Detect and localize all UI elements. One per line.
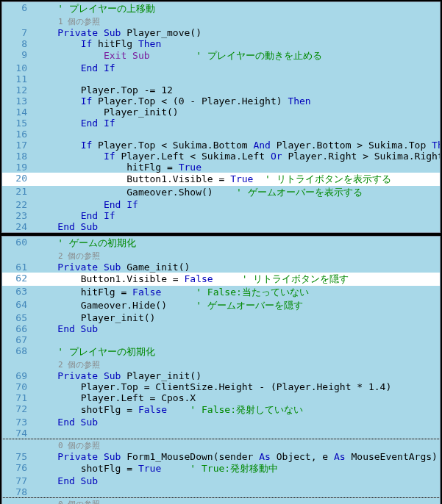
code-line[interactable]: 18 If Player.Left < Sukima.Left Or Playe…: [2, 151, 440, 162]
code-content[interactable]: If Player.Left < Sukima.Left Or Player.R…: [35, 151, 441, 162]
code-content[interactable]: End If: [35, 62, 440, 73]
code-content[interactable]: Player.Top = ClientSize.Height - (Player…: [35, 381, 440, 392]
code-line[interactable]: 9 Exit Sub ' プレイヤーの動きを止める: [2, 49, 440, 62]
code-line[interactable]: 76 shotFlg = True ' True:発射移動中: [2, 462, 440, 475]
line-number: 24: [2, 221, 35, 232]
code-content[interactable]: Player_init(): [35, 107, 440, 118]
code-line[interactable]: 60 ' ゲームの初期化: [2, 237, 440, 250]
code-content[interactable]: ' プレイヤーの初期化: [35, 345, 440, 359]
code-editor-pane-2[interactable]: 60 ' ゲームの初期化 2 個の参照 61 Private Sub Game_…: [1, 236, 441, 504]
code-content[interactable]: If Player.Top < (0 - Player.Height) Then: [35, 96, 440, 107]
code-content[interactable]: End If: [35, 199, 440, 210]
code-content[interactable]: ' プレイヤーの上移動: [35, 2, 440, 15]
line-number: 73: [2, 417, 35, 428]
code-line[interactable]: 64 Gameover.Hide() ' ゲームオーバーを隠す: [2, 299, 440, 312]
code-content[interactable]: End Sub: [35, 475, 440, 486]
code-content[interactable]: Button1.Visible = False ' リトライボタンを隠す: [35, 273, 440, 286]
line-number: 76: [2, 462, 35, 473]
line-number: 7: [2, 27, 35, 38]
code-line[interactable]: 67: [2, 334, 440, 345]
line-number: 63: [2, 286, 35, 297]
code-line[interactable]: 72 shotFlg = False ' False:発射していない: [2, 403, 440, 417]
code-content[interactable]: Player.Left = Cpos.X: [35, 392, 440, 403]
code-line-highlighted[interactable]: 20 Button1.Visible = True ' リトライボタンを表示する: [2, 173, 440, 186]
codelens-references[interactable]: 1 個の参照: [2, 15, 440, 27]
line-number: 9: [2, 49, 35, 60]
code-content[interactable]: If hitFlg Then: [35, 38, 440, 49]
code-content[interactable]: [35, 129, 440, 140]
code-content[interactable]: Private Sub Form1_MouseDown(sender As Ob…: [35, 451, 441, 462]
line-number: 11: [2, 73, 35, 84]
code-line[interactable]: 14 Player_init(): [2, 107, 440, 118]
code-content[interactable]: [35, 73, 440, 84]
code-content[interactable]: Player.Top -= 12: [35, 84, 440, 96]
code-line[interactable]: 77 End Sub: [2, 475, 440, 486]
code-line[interactable]: 69 Private Sub Player_init(): [2, 370, 440, 381]
code-content[interactable]: shotFlg = True ' True:発射移動中: [35, 462, 440, 475]
codelens-references[interactable]: 2 個の参照: [2, 359, 440, 370]
code-line[interactable]: 13 If Player.Top < (0 - Player.Height) T…: [2, 96, 440, 107]
code-line[interactable]: 21 Gameover.Show() ' ゲームオーバーを表示する: [2, 186, 440, 199]
code-content[interactable]: End Sub: [35, 417, 440, 428]
code-content[interactable]: Button1.Visible = True ' リトライボタンを表示する: [35, 173, 440, 186]
code-content[interactable]: End Sub: [35, 323, 440, 334]
code-content[interactable]: Gameover.Hide() ' ゲームオーバーを隠す: [35, 299, 440, 312]
code-line[interactable]: 10 End If: [2, 62, 440, 73]
code-content[interactable]: hitFlg = False ' False:当たっていない: [35, 286, 440, 299]
code-line[interactable]: 75 Private Sub Form1_MouseDown(sender As…: [2, 451, 440, 462]
line-number: 14: [2, 107, 35, 118]
code-content[interactable]: Private Sub Player_move(): [35, 27, 440, 38]
code-line[interactable]: 61 Private Sub Game_init(): [2, 262, 440, 273]
code-line[interactable]: 70 Player.Top = ClientSize.Height - (Pla…: [2, 381, 440, 392]
line-number: 60: [2, 237, 35, 248]
code-line[interactable]: 17 If Player.Top < Sukima.Bottom And Pla…: [2, 140, 440, 151]
codelens-references[interactable]: 0 個の参照: [2, 498, 440, 504]
code-line[interactable]: 15 End If: [2, 118, 440, 129]
line-number: 10: [2, 62, 35, 73]
code-line[interactable]: 8 If hitFlg Then: [2, 38, 440, 49]
code-line[interactable]: 71 Player.Left = Cpos.X: [2, 392, 440, 403]
code-line[interactable]: 7 Private Sub Player_move(): [2, 27, 440, 38]
line-number: 65: [2, 312, 35, 323]
code-line[interactable]: 22 End If: [2, 199, 440, 210]
code-line-highlighted[interactable]: 62 Button1.Visible = False ' リトライボタンを隠す: [2, 273, 440, 286]
line-number: 66: [2, 323, 35, 334]
code-line[interactable]: 63 hitFlg = False ' False:当たっていない: [2, 286, 440, 299]
code-content[interactable]: Exit Sub ' プレイヤーの動きを止める: [35, 49, 440, 62]
code-line[interactable]: 65 Player_init(): [2, 312, 440, 323]
code-content[interactable]: Player_init(): [35, 312, 440, 323]
code-line[interactable]: 66 End Sub: [2, 323, 440, 334]
codelens-references[interactable]: 2 個の参照: [2, 250, 440, 262]
code-line[interactable]: 6 ' プレイヤーの上移動: [2, 2, 440, 15]
code-content[interactable]: [35, 486, 440, 497]
code-content[interactable]: If Player.Top < Sukima.Bottom And Player…: [35, 140, 441, 151]
code-content[interactable]: Private Sub Game_init(): [35, 262, 440, 273]
code-line[interactable]: 74: [2, 428, 440, 439]
code-content[interactable]: Gameover.Show() ' ゲームオーバーを表示する: [35, 186, 440, 199]
code-line[interactable]: 12 Player.Top -= 12: [2, 84, 440, 96]
line-number: 21: [2, 186, 35, 197]
code-content[interactable]: End Sub: [35, 221, 440, 232]
code-content[interactable]: [35, 428, 440, 439]
code-line[interactable]: 68 ' プレイヤーの初期化: [2, 345, 440, 359]
code-line[interactable]: 78: [2, 486, 440, 497]
code-line[interactable]: 73 End Sub: [2, 417, 440, 428]
code-content[interactable]: Private Sub Player_init(): [35, 370, 440, 381]
codelens-references[interactable]: 0 個の参照: [2, 439, 440, 451]
code-line[interactable]: 19 hitFlg = True: [2, 162, 440, 173]
code-content[interactable]: shotFlg = False ' False:発射していない: [35, 403, 440, 417]
code-content[interactable]: [35, 334, 440, 345]
code-line[interactable]: 23 End If: [2, 210, 440, 221]
code-content[interactable]: ' ゲームの初期化: [35, 237, 440, 250]
code-line[interactable]: 24 End Sub: [2, 221, 440, 232]
line-number: 78: [2, 486, 35, 497]
line-number: 77: [2, 475, 35, 486]
code-line[interactable]: 16: [2, 129, 440, 140]
code-line[interactable]: 11: [2, 73, 440, 84]
code-content[interactable]: End If: [35, 118, 440, 129]
line-number: 69: [2, 370, 35, 381]
code-content[interactable]: hitFlg = True: [35, 162, 440, 173]
code-editor-pane-1[interactable]: 6 ' プレイヤーの上移動 1 個の参照 7 Private Sub Playe…: [1, 1, 441, 233]
code-content[interactable]: End If: [35, 210, 440, 221]
line-number: 64: [2, 299, 35, 310]
